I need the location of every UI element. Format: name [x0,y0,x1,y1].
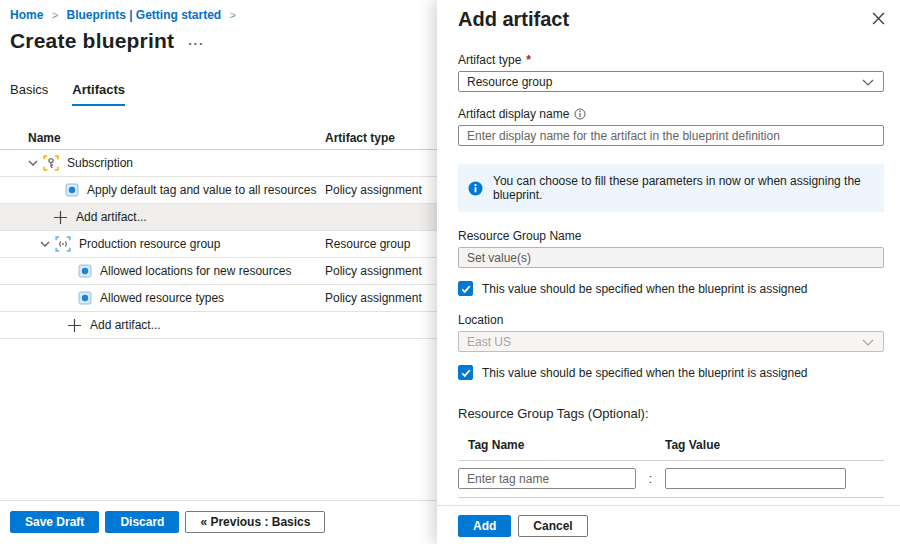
tag-value-header: Tag Value [665,438,720,452]
table-row-production-resource-group[interactable]: Production resource group Resource group [0,231,437,258]
breadcrumb-separator: > [52,9,58,21]
add-button[interactable]: Add [458,515,511,537]
save-draft-button[interactable]: Save Draft [10,511,99,533]
discard-button[interactable]: Discard [105,511,179,533]
resource-group-icon [55,236,71,252]
breadcrumb-blueprints[interactable]: Blueprints | Getting started [66,8,221,22]
location-value: East US [467,335,511,349]
assign-checkbox[interactable] [458,281,473,296]
assign-checkbox[interactable] [458,365,473,380]
more-options-icon[interactable]: ··· [188,32,204,51]
column-header-name: Name [28,131,61,145]
table-row-apply-default-tag[interactable]: Apply default tag and value to all resou… [0,177,437,204]
artifact-display-name-input[interactable] [458,125,884,146]
tags-table-header: Tag Name Tag Value [458,438,884,461]
info-banner-text: You can choose to fill these parameters … [493,174,874,202]
tab-bar: Basics Artifacts [10,82,125,106]
row-label: Add artifact... [76,210,147,224]
subscription-icon [43,155,59,171]
add-artifact-row-subscription[interactable]: Add artifact... [0,204,437,231]
tag-name-header: Tag Name [458,438,665,452]
artifact-display-name-label: Artifact display name [458,107,569,121]
column-header-artifact-type: Artifact type [325,131,395,145]
info-filled-icon [468,181,483,196]
info-banner: You can choose to fill these parameters … [458,164,884,212]
row-label: Production resource group [79,237,220,251]
row-label: Add artifact... [90,318,161,332]
assign-checkbox-label: This value should be specified when the … [482,282,808,296]
row-artifact-type: Policy assignment [325,264,422,278]
row-label: Subscription [67,156,133,170]
table-row-subscription[interactable]: Subscription [0,150,437,177]
policy-assignment-icon [78,291,92,305]
row-label: Allowed resource types [100,291,224,305]
row-artifact-type: Policy assignment [325,183,422,197]
required-mark: * [526,53,531,67]
location-label: Location [458,313,503,327]
chevron-down-icon [862,339,874,346]
tag-value-input[interactable] [665,468,846,489]
breadcrumb: Home > Blueprints | Getting started > [10,8,241,22]
table-row-allowed-locations[interactable]: Allowed locations for new resources Poli… [0,258,437,285]
create-blueprint-page: Home > Blueprints | Getting started > Cr… [0,0,437,544]
breadcrumb-home[interactable]: Home [10,8,43,22]
previous-basics-button[interactable]: « Previous : Basics [185,511,325,533]
row-artifact-type: Resource group [325,237,410,251]
add-artifact-panel: Add artifact Artifact type * Resource gr… [437,0,900,544]
plus-icon [67,318,82,333]
tag-separator: : [636,472,665,486]
tag-row: : [458,461,884,498]
artifacts-table: Name Artifact type Subscription [0,131,437,339]
resource-group-name-label: Resource Group Name [458,229,581,243]
breadcrumb-separator: > [230,9,236,21]
row-label: Apply default tag and value to all resou… [87,183,316,197]
chevron-down-icon[interactable] [28,160,38,166]
tab-basics[interactable]: Basics [10,82,48,106]
tab-artifacts[interactable]: Artifacts [72,82,125,106]
artifact-type-label: Artifact type [458,53,521,67]
table-row-allowed-resource-types[interactable]: Allowed resource types Policy assignment [0,285,437,312]
add-artifact-row-resource-group[interactable]: Add artifact... [0,312,437,339]
panel-title: Add artifact [458,8,884,31]
row-label: Allowed locations for new resources [100,264,291,278]
tag-name-input[interactable] [458,468,636,489]
resource-group-tags-heading: Resource Group Tags (Optional): [458,406,884,421]
plus-icon [53,210,68,225]
info-icon[interactable] [574,108,586,120]
artifact-type-dropdown[interactable]: Resource group [458,71,884,92]
page-title: Create blueprint [10,29,174,53]
panel-command-bar: Add Cancel [437,505,900,537]
policy-assignment-icon [65,183,79,197]
table-header: Name Artifact type [0,131,437,150]
cancel-button[interactable]: Cancel [518,515,587,537]
row-artifact-type: Policy assignment [325,291,422,305]
location-dropdown[interactable]: East US [458,331,884,352]
chevron-down-icon [862,79,874,86]
policy-assignment-icon [78,264,92,278]
artifact-type-value: Resource group [467,75,552,89]
assign-checkbox-label: This value should be specified when the … [482,366,808,380]
page-command-bar: Save Draft Discard « Previous : Basics [0,500,437,533]
chevron-down-icon[interactable] [40,241,50,247]
resource-group-name-input[interactable] [458,247,884,268]
